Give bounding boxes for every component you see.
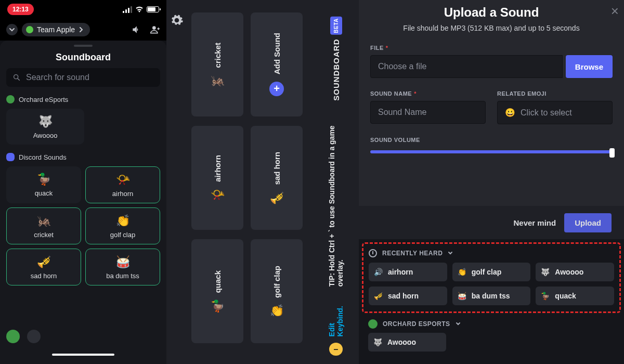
svg-point-1 [14, 75, 18, 79]
browse-button[interactable]: Browse [566, 55, 613, 78]
clap-icon: 👏 [458, 268, 466, 276]
clock-icon [369, 249, 377, 257]
overlay-card-label: golf clap [272, 266, 281, 298]
trumpet-icon: 🎺 [270, 192, 284, 204]
recently-heard-panel: RECENTLY HEARD 🔊airhorn 👏golf clap 🐺Awoo… [359, 239, 624, 364]
sound-volume-label: SOUND VOLUME [370, 137, 613, 143]
search-input[interactable]: Search for sound [6, 68, 160, 87]
home-indicator [52, 354, 114, 356]
overlay-card-golf-clap[interactable]: golf clap 👏 [251, 239, 303, 343]
upload-button[interactable]: Upload [564, 213, 612, 232]
overlay-card-cricket[interactable]: cricket 🦗 [191, 12, 243, 116]
channel-chip[interactable]: Team Apple [22, 23, 90, 36]
cricket-icon: 🦗 [37, 215, 51, 227]
sound-card-cricket[interactable]: 🦗 cricket [6, 207, 81, 244]
overlay-card-label: airhorn [213, 155, 222, 182]
beta-badge: BETA [330, 17, 342, 34]
search-icon [12, 73, 21, 82]
overlay-card-sad-horn[interactable]: sad horn 🎺 [251, 126, 303, 230]
speaker-icon: 🔊 [374, 268, 383, 276]
sound-card-golf-clap[interactable]: 👏 golf clap [85, 207, 160, 244]
overlay-card-label: Add Sound [272, 33, 281, 74]
sound-card-airhorn[interactable]: 📯 airhorn [85, 166, 160, 203]
sound-label: cricket [34, 231, 54, 239]
duck-icon: 🦆 [541, 292, 550, 300]
server-section-label: Orchard eSports [19, 96, 68, 103]
overlay-title: SOUNDBOARD BETA [330, 17, 342, 101]
recently-heard-header[interactable]: RECENTLY HEARD [369, 249, 614, 257]
airhorn-icon: 📯 [116, 174, 130, 186]
recent-card-awoooo[interactable]: 🐺Awoooo [536, 263, 614, 281]
overlay-card-quack[interactable]: quack 🦆 [191, 239, 243, 343]
wolf-icon: 🐺 [38, 116, 53, 127]
file-input[interactable]: Choose a file [370, 55, 563, 78]
recent-card-golf-clap[interactable]: 👏golf clap [452, 263, 531, 281]
discord-section-label: Discord Sounds [19, 153, 67, 161]
overlay-card-airhorn[interactable]: airhorn 📯 [191, 126, 243, 230]
status-bar: 12:13 [0, 0, 166, 19]
related-emoji-input[interactable]: 😀 Click to select [497, 101, 613, 124]
orchard-esports-header[interactable]: ORCHARD ESPORTS [368, 319, 621, 329]
overlay-card-add-sound[interactable]: Add Sound + [251, 12, 303, 116]
overlay-card-label: sad horn [272, 152, 281, 185]
upload-sound-modal: × Upload a Sound File should be MP3 (512… [359, 0, 624, 239]
never-mind-button[interactable]: Never mind [513, 218, 556, 227]
server-avatar-icon[interactable] [6, 330, 20, 343]
drum-icon: 🥁 [458, 292, 466, 300]
sound-card-ba-dum-tss[interactable]: 🥁 ba dum tss [85, 249, 160, 285]
recent-card-ba-dum-tss[interactable]: 🥁ba dum tss [452, 287, 531, 305]
wifi-icon [135, 6, 144, 12]
discord-section-header: Discord Sounds [6, 153, 160, 161]
recording-time-pill: 12:13 [7, 4, 34, 15]
server-icon [6, 95, 15, 103]
recent-card-airhorn[interactable]: 🔊airhorn [369, 263, 447, 281]
sound-label: sad horn [31, 272, 57, 280]
cricket-icon: 🦗 [211, 75, 225, 86]
discord-avatar-icon[interactable] [27, 330, 41, 343]
clap-icon: 👏 [116, 215, 130, 227]
overlay-card-label: quack [213, 270, 222, 293]
server-icon [368, 319, 378, 329]
sound-label: Awoooo [33, 132, 58, 139]
orchard-esports-label: ORCHARD ESPORTS [383, 320, 450, 328]
recent-card-label: quack [555, 292, 576, 300]
add-user-icon[interactable] [150, 24, 160, 35]
sound-label: ba dum tss [106, 272, 139, 280]
speaker-icon[interactable] [131, 24, 141, 35]
close-icon[interactable]: × [611, 3, 619, 19]
recent-card-sad-horn[interactable]: 🎺sad horn [369, 287, 447, 305]
trumpet-icon: 🎺 [37, 256, 51, 268]
duck-icon: 🦆 [37, 174, 51, 185]
sound-card-awoooo[interactable]: 🐺 Awoooo [6, 109, 84, 145]
sound-card-sad-horn[interactable]: 🎺 sad horn [6, 249, 81, 285]
recent-card-label: sad horn [388, 292, 419, 300]
recent-card-label: airhorn [388, 268, 413, 276]
edit-keybind-link[interactable]: Edit Keybind. [328, 293, 344, 336]
sound-label: golf clap [110, 231, 135, 239]
channel-header: Team Apple [0, 19, 166, 41]
svg-point-0 [152, 26, 156, 30]
airhorn-icon: 📯 [211, 189, 225, 201]
slider-thumb[interactable] [609, 148, 615, 158]
collapse-button[interactable] [6, 24, 18, 35]
gear-icon[interactable] [170, 14, 184, 27]
recent-card-label: golf clap [472, 268, 502, 276]
smile-icon: 😀 [505, 108, 515, 118]
server-card-awoooo[interactable]: 🐺 Awoooo [368, 333, 446, 352]
sound-name-label: SOUND NAME* [370, 90, 486, 97]
minimize-icon[interactable]: – [329, 343, 343, 356]
cell-signal-icon [123, 6, 132, 13]
sheet-grabber[interactable] [74, 45, 93, 47]
recently-heard-label: RECENTLY HEARD [382, 250, 443, 257]
recent-card-quack[interactable]: 🦆quack [536, 287, 614, 305]
highlight-box: RECENTLY HEARD 🔊airhorn 👏golf clap 🐺Awoo… [362, 242, 621, 313]
discord-logo-icon [6, 153, 15, 161]
wolf-icon: 🐺 [541, 268, 550, 276]
recent-card-label: Awoooo [555, 268, 583, 276]
volume-slider[interactable] [370, 150, 613, 153]
overlay-soundboard-panel: cricket 🦗 Add Sound + airhorn 📯 sad horn… [166, 0, 359, 364]
trumpet-icon: 🎺 [374, 292, 383, 300]
sound-name-input[interactable]: Sound Name [370, 101, 486, 124]
sound-card-quack[interactable]: 🦆 quack [6, 166, 81, 203]
battery-icon [147, 6, 159, 12]
